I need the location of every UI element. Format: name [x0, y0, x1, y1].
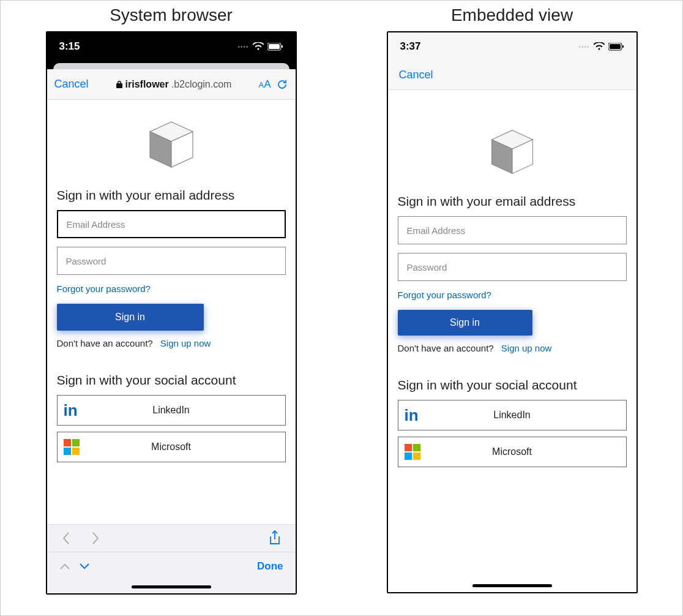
email-input[interactable]: [398, 216, 627, 244]
email-input[interactable]: [57, 210, 286, 238]
linkedin-label: LinkedIn: [398, 410, 626, 421]
column-title-left: System browser: [110, 6, 233, 25]
home-indicator-wrap: [388, 579, 636, 592]
share-icon[interactable]: [269, 530, 281, 546]
social-heading: Sign in with your social account: [57, 373, 286, 388]
logo-cube-icon: [144, 118, 199, 176]
linkedin-button[interactable]: in LinkedIn: [398, 400, 627, 430]
signin-button[interactable]: Sign in: [398, 310, 532, 336]
signup-link[interactable]: Sign up now: [501, 343, 552, 353]
microsoft-button[interactable]: Microsoft: [398, 437, 627, 467]
svg-rect-8: [622, 45, 624, 48]
forward-icon[interactable]: [91, 531, 100, 545]
forgot-password-link[interactable]: Forgot your password?: [398, 290, 491, 300]
url-path: .b2clogin.com: [171, 79, 232, 90]
linkedin-button[interactable]: in LinkedIn: [57, 395, 286, 426]
signup-row: Don't have an account? Sign up now: [398, 343, 552, 353]
signin-heading: Sign in with your email address: [57, 188, 286, 203]
phone-frame-left: 3:15 •••• Cancel: [46, 31, 297, 595]
microsoft-label: Microsoft: [58, 441, 285, 453]
embedded-nav-bar: Cancel: [388, 61, 636, 90]
comparison-canvas: System browser 3:15 •••• Cancel: [0, 0, 683, 616]
signin-content: Sign in with your email address Forgot y…: [388, 90, 636, 579]
cellular-dots-icon: ••••: [578, 43, 589, 50]
logo-cube-icon: [486, 127, 539, 182]
status-icons: ••••: [578, 42, 624, 51]
signin-content: Sign in with your email address Forgot y…: [47, 100, 296, 524]
done-button[interactable]: Done: [257, 560, 283, 573]
status-bar: 3:37 ••••: [388, 32, 636, 61]
url-display[interactable]: irisflower.b2clogin.com: [94, 79, 254, 90]
password-input[interactable]: [398, 253, 627, 281]
svg-rect-2: [282, 45, 283, 48]
phone-frame-right: 3:37 •••• Cancel: [387, 31, 638, 593]
column-system-browser: System browser 3:15 •••• Cancel: [7, 6, 335, 595]
home-indicator: [132, 585, 211, 588]
cancel-button[interactable]: Cancel: [54, 78, 89, 91]
status-bar: 3:15 ••••: [47, 32, 296, 61]
microsoft-button[interactable]: Microsoft: [57, 432, 286, 462]
status-time: 3:37: [400, 40, 421, 53]
no-account-label: Don't have an account?: [398, 343, 494, 353]
microsoft-label: Microsoft: [398, 446, 626, 457]
home-indicator-wrap: [47, 580, 296, 593]
column-embedded-view: Embedded view 3:37 •••• Cancel: [348, 6, 676, 593]
status-icons: ••••: [237, 42, 283, 51]
battery-icon: [608, 43, 624, 51]
safari-address-bar: Cancel irisflower.b2clogin.com AA: [47, 69, 296, 100]
chevron-up-icon[interactable]: [59, 563, 70, 570]
status-time: 3:15: [59, 40, 80, 53]
svg-rect-1: [269, 44, 280, 49]
cellular-dots-icon: ••••: [237, 43, 248, 50]
safari-tab-background: [47, 61, 296, 69]
lock-icon: [116, 80, 123, 89]
password-input[interactable]: [57, 247, 286, 275]
back-icon[interactable]: [62, 531, 70, 545]
url-domain: irisflower: [125, 79, 169, 90]
no-account-label: Don't have an account?: [57, 338, 153, 348]
svg-rect-7: [610, 44, 621, 49]
forgot-password-link[interactable]: Forgot your password?: [57, 284, 151, 294]
column-title-right: Embedded view: [451, 6, 573, 25]
battery-icon: [267, 43, 283, 51]
signup-link[interactable]: Sign up now: [160, 338, 211, 348]
signup-row: Don't have an account? Sign up now: [57, 338, 211, 348]
safari-toolbar: [47, 525, 296, 552]
linkedin-label: LinkedIn: [58, 405, 285, 416]
signin-heading: Sign in with your email address: [398, 194, 627, 209]
cancel-button[interactable]: Cancel: [399, 69, 433, 81]
wifi-icon: [594, 42, 605, 51]
chevron-down-icon[interactable]: [79, 563, 90, 570]
safari-bottom-bar: Done: [47, 552, 296, 580]
safari-footer: Done: [47, 524, 296, 593]
home-indicator: [472, 584, 552, 587]
wifi-icon: [253, 42, 264, 51]
reader-text-size-icon[interactable]: AA: [258, 78, 271, 91]
reload-icon[interactable]: [276, 78, 288, 91]
signin-button[interactable]: Sign in: [57, 304, 204, 331]
social-heading: Sign in with your social account: [398, 378, 627, 393]
